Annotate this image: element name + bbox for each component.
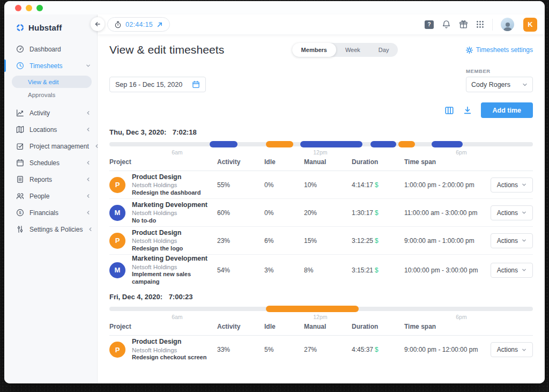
duration-value: 3:12:25$ (352, 237, 404, 245)
paid-indicator: $ (375, 181, 379, 189)
idle-value: 6% (264, 237, 304, 245)
sidebar-item-reports[interactable]: Reports (4, 171, 97, 188)
tab-week[interactable]: Week (336, 43, 369, 57)
brand-name: Hubstaff (28, 23, 62, 32)
sidebar-item-dashboard[interactable]: Dashboard (4, 41, 97, 57)
sidebar-item-settings-policies[interactable]: Settings & Policies (4, 221, 97, 238)
activity-icon (16, 109, 24, 117)
activity-value: 33% (217, 346, 264, 353)
actions-button[interactable]: Actions (491, 233, 533, 248)
columns-icon (444, 106, 454, 115)
timesheet-row: P Product Design Netsoft Holdings Redesi… (109, 171, 533, 199)
add-time-button[interactable]: Add time (481, 102, 533, 118)
app-window: Hubstaff Dashboard Timesheets (4, 1, 545, 383)
sidebar-item-label: Dashboard (29, 46, 91, 53)
tab-members[interactable]: Members (292, 43, 336, 57)
col-project: Project (109, 323, 217, 330)
manual-value: 10% (304, 181, 352, 189)
tab-day[interactable]: Day (369, 43, 398, 57)
sidebar-item-people[interactable]: People (4, 188, 97, 204)
day-section: Thu, Dec 3, 2020: 7:02:18 6am12pm6pm Pro… (109, 128, 533, 283)
member-filter: MEMBER Cody Rogers (466, 68, 533, 92)
sidebar-item-label: Timesheets (29, 62, 80, 70)
timeline-segment-blue[interactable] (370, 141, 396, 147)
task-name: No to-do (132, 217, 207, 225)
timeline-segment-orange[interactable] (266, 141, 293, 147)
topbar: 02:44:15 ? (98, 14, 545, 34)
active-indicator (4, 60, 6, 72)
table-header: Project Activity Idle Manual Duration Ti… (109, 158, 533, 171)
timeline-segment-orange[interactable] (398, 141, 415, 147)
calendar-icon (192, 80, 200, 88)
col-activity: Activity (217, 158, 264, 166)
timer-widget[interactable]: 02:44:15 (107, 17, 170, 32)
sidebar-item-project-management[interactable]: Project management (4, 138, 97, 154)
project-avatar: P (109, 233, 125, 249)
project-avatar: P (109, 342, 125, 358)
gift-icon (459, 20, 468, 29)
sidebar-item-label: Settings & Policies (29, 226, 83, 233)
hubstaff-logo-icon (16, 24, 24, 32)
actions-button[interactable]: Actions (491, 205, 533, 220)
sidebar-item-approvals[interactable]: Approvals (12, 88, 92, 101)
user-avatar[interactable] (501, 18, 514, 31)
help-button[interactable]: ? (425, 20, 434, 29)
date-range-input[interactable]: Sep 16 - Dec 15, 2020 (109, 77, 206, 92)
sidebar-item-label: Locations (29, 126, 80, 134)
export-button[interactable] (463, 106, 472, 115)
actions-button[interactable]: Actions (491, 342, 533, 357)
timeline-tick-label: 6pm (456, 149, 466, 156)
timeline-tick-label: 6am (172, 314, 182, 320)
col-duration: Duration (352, 158, 404, 166)
timeline-tick-label: 12pm (313, 149, 327, 156)
window-titlebar (4, 1, 545, 14)
sidebar-item-locations[interactable]: Locations (4, 121, 97, 138)
idle-value: 3% (264, 267, 304, 274)
timesheets-settings-link[interactable]: Timesheets settings (466, 46, 533, 54)
chevron-down-icon (522, 347, 526, 352)
sidebar-item-view-edit[interactable]: View & edit (12, 76, 92, 88)
reports-icon (16, 175, 24, 183)
activity-value: 60% (217, 209, 264, 217)
chevron-down-icon (522, 210, 526, 215)
notifications-button[interactable] (442, 20, 451, 29)
close-window-button[interactable] (15, 5, 21, 11)
actions-button[interactable]: Actions (491, 263, 533, 278)
chevron-down-icon (522, 238, 526, 243)
people-icon (16, 192, 24, 200)
zoom-window-button[interactable] (36, 5, 43, 11)
collapse-sidebar-button[interactable] (91, 17, 105, 31)
sidebar-item-activity[interactable]: Activity (4, 105, 97, 121)
timeline-segment-blue[interactable] (300, 141, 362, 147)
apps-grid-button[interactable] (476, 20, 484, 28)
gifts-button[interactable] (459, 20, 468, 29)
timeline-segment-blue[interactable] (210, 141, 237, 147)
sidebar-item-label: Activity (29, 109, 80, 117)
organization-badge[interactable]: K (523, 18, 537, 32)
project-name: Marketing Development (132, 201, 207, 210)
schedules-icon (16, 159, 24, 167)
timer-value: 02:44:15 (125, 21, 153, 28)
idle-value: 5% (264, 346, 304, 353)
timeline-segment-orange[interactable] (266, 306, 359, 312)
client-name: Netsoft Holdings (132, 237, 183, 245)
sidebar-item-timesheets[interactable]: Timesheets (4, 57, 97, 74)
timeline-tick-label: 6pm (456, 314, 466, 320)
timeline-segment-blue[interactable] (432, 141, 463, 147)
task-name: Implement new sales campaing (132, 271, 217, 286)
timesheet-row: M Marketing Development Netsoft Holdings… (109, 255, 533, 283)
actions-button[interactable]: Actions (491, 177, 533, 193)
paid-indicator: $ (375, 346, 379, 353)
stopwatch-icon (114, 21, 122, 28)
member-select[interactable]: Cody Rogers (466, 77, 533, 92)
sidebar-item-financials[interactable]: $ Financials (4, 204, 97, 221)
sidebar-item-schedules[interactable]: Schedules (4, 154, 97, 171)
columns-button[interactable] (444, 106, 454, 115)
date-range-value: Sep 16 - Dec 15, 2020 (115, 81, 188, 88)
timespan-value: 1:00:00 pm - 2:00:00 pm (404, 181, 495, 189)
project-name: Marketing Development (132, 255, 217, 263)
day-section: Fri, Dec 4, 2020: 7:00:23 6am12pm6pm Pro… (109, 293, 533, 364)
timespan-value: 9:00:00 am - 1:00:00 pm (404, 237, 495, 245)
minimize-window-button[interactable] (26, 5, 32, 11)
sidebar-item-label: Reports (29, 176, 80, 183)
